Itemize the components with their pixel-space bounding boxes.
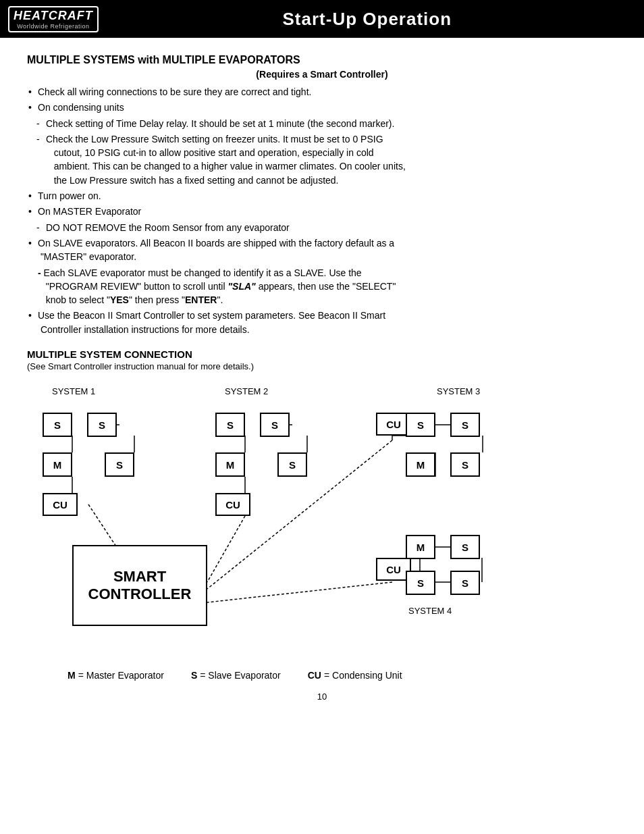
sys2-cu: CU [215,493,250,516]
bullet-beacon: Use the Beacon II Smart Controller to se… [27,309,617,336]
legend-cu-eq: = Condensing Unit [324,670,402,681]
section1-subtitle: (Requires a Smart Controller) [27,69,617,80]
bullet-timedelay: Check setting of Time Delay relay. It sh… [27,117,617,130]
sys1-s-mid: S [105,452,134,477]
section1-title: MULTIPLE SYSTEMS with MULTIPLE EVAPORATO… [27,54,617,66]
logo-brand-text: HEATCRAFT [14,9,93,23]
legend-cu-label: CU [308,670,321,681]
section-multiple-systems: MULTIPLE SYSTEMS with MULTIPLE EVAPORATO… [27,54,617,336]
system2-label: SYSTEM 2 [225,386,268,396]
bullet-donot: DO NOT REMOVE the Room Sensor from any e… [27,221,617,234]
bullet-slave-change: - Each SLAVE evaporator must be changed … [27,266,617,307]
legend-s: S = Slave Evaporator [191,670,281,681]
sys2-s-top-right: S [260,413,290,437]
page-content: MULTIPLE SYSTEMS with MULTIPLE EVAPORATO… [0,38,644,715]
sys1-s-top-right: S [87,413,117,437]
sys3-s-top-left: S [406,413,435,437]
smart-controller-box: SMARTCONTROLLER [72,545,207,626]
sys1-s-top-left: S [43,413,72,437]
legend-s-label: S [191,670,197,681]
bullet-condensing: On condensing units [27,101,617,114]
logo-sub-text: Worldwide Refrigeration [17,23,89,30]
bullet-master: On MASTER Evaporator [27,205,617,218]
bullet-wiring: Check all wiring connections to be sure … [27,85,617,99]
legend-s-eq: = Slave Evaporator [200,670,280,681]
section2-subtitle: (See Smart Controller instruction manual… [27,361,617,371]
system1-label: SYSTEM 1 [52,386,95,396]
page-title: Start-Up Operation [99,9,636,30]
system3-label: SYSTEM 3 [437,386,480,396]
bullet-slave: On SLAVE evaporators. All Beacon II boar… [27,236,617,264]
page-number: 10 [27,692,617,702]
sys4-s-bot-left: S [406,571,435,595]
svg-line-9 [207,516,245,582]
svg-line-22 [207,582,392,602]
sys1-cu: CU [43,493,78,516]
legend-m-eq: = Master Evaporator [78,670,164,681]
sys4-s-top: S [450,535,480,559]
sys3-m: M [406,452,435,477]
bullet-lowpressure: Check the Low Pressure Switch setting on… [27,132,617,187]
sys4-s-bot-right: S [450,571,480,595]
bullet-power: Turn power on. [27,189,617,203]
sys3-s-top-right: S [450,413,480,437]
diagram-legend: M = Master Evaporator S = Slave Evaporat… [27,670,617,681]
sys2-s-top-left: S [215,413,245,437]
sys1-m: M [43,452,72,477]
sys4-m: M [406,535,435,559]
section1-bullets: Check all wiring connections to be sure … [27,85,617,336]
diagram-canvas: SYSTEM 1 S S M S CU SYSTEM 2 S S M S CU … [32,380,612,663]
system4-label: SYSTEM 4 [408,606,452,616]
heatcraft-logo: HEATCRAFT Worldwide Refrigeration [8,6,99,32]
sys2-s-mid: S [277,452,307,477]
sys2-m: M [215,452,245,477]
legend-cu: CU = Condensing Unit [308,670,402,681]
legend-m-label: M [68,670,76,681]
section-multiple-connection: MULTIPLE SYSTEM CONNECTION (See Smart Co… [27,348,617,681]
legend-m: M = Master Evaporator [68,670,164,681]
sys3-s-mid: S [450,452,480,477]
page-header: HEATCRAFT Worldwide Refrigeration Start-… [0,0,644,38]
section2-title: MULTIPLE SYSTEM CONNECTION [27,348,617,360]
